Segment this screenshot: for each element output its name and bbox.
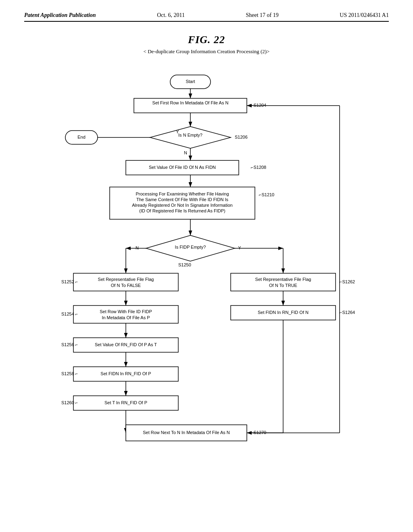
s1270-step: ⌐S1270 (251, 430, 266, 435)
s1258-step: S1258 ⌐ (61, 371, 78, 376)
header-patent-number: US 2011/0246431 A1 (340, 12, 389, 19)
s1210-line4: (ID Of Registered File Is Returned As FI… (139, 208, 225, 213)
s1252-line1: Set Representative File Flag (98, 277, 154, 282)
page-header: Patent Application Publication Oct. 6, 2… (24, 12, 389, 22)
s1210-line1: Processing For Examining Whether File Ha… (136, 191, 229, 196)
s1254-line1: Set Row With File ID FIDP (100, 309, 152, 314)
s1210-step: ⌐S1210 (259, 192, 274, 197)
s1270-label: Set Row Next To N In Metadata Of File As… (143, 430, 230, 435)
s1208-step: ⌐S1208 (251, 165, 266, 170)
s1250-label: Is FIDP Empty? (175, 245, 206, 249)
s1254-step: S1254 ⌐ (61, 312, 78, 316)
header-sheet: Sheet 17 of 19 (246, 12, 279, 19)
s1250-step: S1250 (178, 262, 191, 267)
s1256-step: S1256 ⌐ (61, 342, 78, 347)
s1262-line2: Of N To TRUE (269, 283, 297, 288)
s1206-node (150, 127, 231, 148)
figure-subtitle: < De-duplicate Group Information Creatio… (24, 48, 389, 55)
s1252-line2: Of N To FALSE (111, 283, 141, 288)
page: Patent Application Publication Oct. 6, 2… (0, 0, 413, 532)
s1208-label: Set Value Of File ID Of N As FIDN (149, 165, 216, 170)
s1254-line2: In Metadata Of File As P (102, 315, 150, 320)
flowchart-container: .label { font-family: Arial, sans-serif;… (33, 67, 380, 490)
s1258-label: Set FIDN In RN_FID Of P (100, 371, 151, 376)
s1250-n-label: N (136, 245, 139, 250)
s1210-line2: The Same Content Of File With File ID FI… (136, 197, 229, 202)
s1256-label: Set Value Of RN_FID Of P As T (95, 342, 157, 347)
s1206-n-label: N (184, 150, 187, 155)
figure-title: FIG. 22 (24, 34, 389, 46)
s1210-line3: Already Registered Or Not In Signature I… (132, 203, 232, 208)
s1262-step: ⌐S1262 (340, 279, 355, 284)
header-publication-label: Patent Application Publication (24, 12, 96, 19)
s1206-label: Is N Empty? (178, 133, 202, 137)
s1254-node (73, 305, 178, 323)
s1262-node (231, 273, 336, 291)
s1250-y-label: Y (238, 245, 241, 250)
header-date: Oct. 6, 2011 (157, 12, 185, 19)
s1252-step: S1252 ⌐ (61, 279, 78, 284)
s1206-step: S1206 (235, 135, 248, 139)
s1204-step: ⌐S1204 (251, 103, 266, 108)
s1262-line1: Set Representative File Flag (255, 277, 311, 282)
flowchart-svg: .label { font-family: Arial, sans-serif;… (33, 67, 380, 490)
end-label: End (77, 135, 86, 139)
s1260-label: Set T In RN_FID Of P (104, 400, 147, 405)
s1204-label-1: Set First Row In Metadata Of File As N (152, 100, 229, 105)
s1264-label: Set FIDN In RN_FID Of N (258, 310, 309, 315)
s1264-step: ⌐S1264 (340, 310, 355, 315)
start-label: Start (186, 79, 195, 84)
s1206-y-label: Y (176, 129, 179, 134)
s1252-node (73, 273, 178, 291)
s1260-step: S1260 ⌐ (61, 400, 78, 405)
